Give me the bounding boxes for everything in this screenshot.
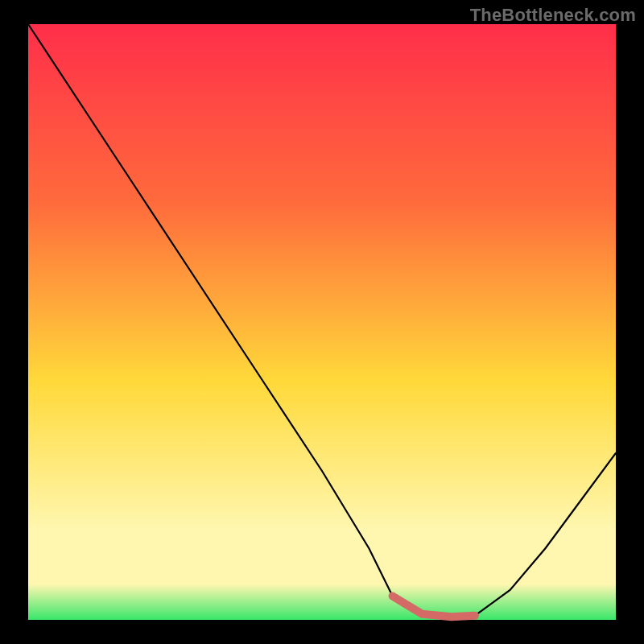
watermark-text: TheBottleneck.com [470, 5, 636, 26]
chart-frame: { "watermark": "TheBottleneck.com", "col… [0, 0, 644, 644]
plot-background [28, 24, 616, 620]
bottleneck-chart [0, 0, 644, 644]
